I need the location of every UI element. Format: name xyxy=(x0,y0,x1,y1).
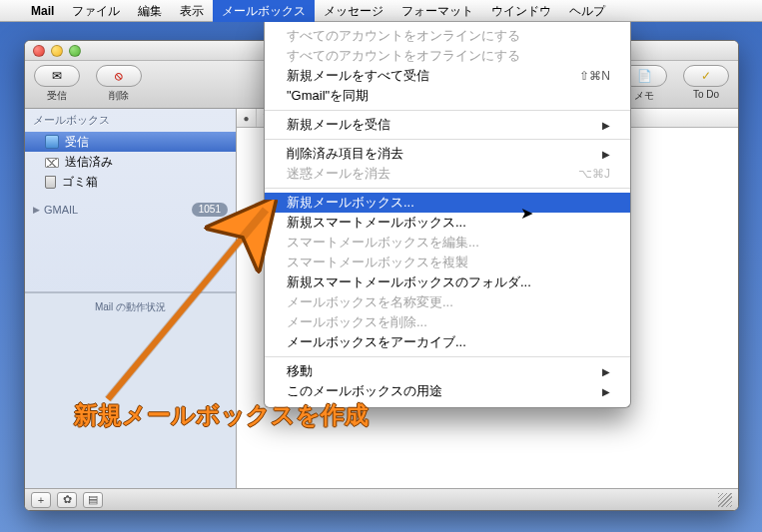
menu-item-label: スマートメールボックスを複製 xyxy=(287,254,468,271)
mailbox-menu: すべてのアカウントをオンラインにするすべてのアカウントをオフラインにする新規メー… xyxy=(264,22,631,408)
menu-mailbox[interactable]: メールボックス xyxy=(213,0,315,22)
menu-item: すべてのアカウントをオンラインにする xyxy=(265,26,630,46)
inbox-icon xyxy=(45,135,59,149)
menu-edit[interactable]: 編集 xyxy=(129,0,171,22)
menu-item: メールボックスを削除... xyxy=(265,312,630,332)
col-status[interactable]: ● xyxy=(237,109,257,127)
menubar: Mail ファイル 編集 表示 メールボックス メッセージ フォーマット ウイン… xyxy=(0,0,762,22)
menu-item: スマートメールボックスを編集... xyxy=(265,233,630,253)
toolbar-inbox[interactable]: ✉︎ 受信 xyxy=(33,65,81,103)
sidebar-sent-label: 送信済み xyxy=(65,154,113,171)
delete-icon: ⦸ xyxy=(115,69,123,83)
menu-item: すべてのアカウントをオフラインにする xyxy=(265,46,630,66)
submenu-arrow-icon: ▶ xyxy=(602,149,610,160)
menu-help[interactable]: ヘルプ xyxy=(560,0,614,22)
submenu-arrow-icon: ▶ xyxy=(602,366,610,377)
menu-item[interactable]: 新規メールをすべて受信⇧⌘N xyxy=(265,66,630,86)
menu-item-label: 新規メールをすべて受信 xyxy=(287,67,429,85)
menu-item[interactable]: このメールボックスの用途▶ xyxy=(265,381,630,401)
disclosure-triangle-icon: ▶ xyxy=(33,205,40,215)
submenu-arrow-icon: ▶ xyxy=(602,120,610,131)
menu-item-label: 削除済み項目を消去 xyxy=(287,145,403,163)
sidebar-account-gmail[interactable]: ▶ GMAIL 1051 xyxy=(25,200,236,220)
menu-item-label: メールボックスを名称変更... xyxy=(287,293,453,311)
menu-item-label: すべてのアカウントをオンラインにする xyxy=(287,27,520,45)
menu-item-label: メールボックスを削除... xyxy=(287,313,427,331)
menu-item-label: 新規スマートメールボックス... xyxy=(287,214,466,232)
sidebar-item-trash[interactable]: ゴミ箱 xyxy=(25,172,236,192)
menu-item: メールボックスを名称変更... xyxy=(265,292,630,312)
minimize-button[interactable] xyxy=(51,45,63,57)
menu-item[interactable]: 新規スマートメールボックス... xyxy=(265,213,630,233)
menu-item-label: スマートメールボックスを編集... xyxy=(287,234,479,252)
menu-file[interactable]: ファイル xyxy=(63,0,129,22)
menu-item-label: 迷惑メールを消去 xyxy=(287,165,390,183)
menu-item[interactable]: メールボックスをアーカイブ... xyxy=(265,332,630,352)
trash-icon xyxy=(45,176,56,189)
todo-icon: ✓ xyxy=(701,69,711,83)
menu-item-shortcut: ⌥⌘J xyxy=(578,167,610,181)
sidebar-item-sent[interactable]: 送信済み xyxy=(25,152,236,172)
sidebar: メールボックス 受信 送信済み ゴミ箱 ▶ GMAIL 1051 Mail の動… xyxy=(25,109,237,488)
menu-item[interactable]: 新規メールボックス... xyxy=(265,193,630,213)
toolbar-delete[interactable]: ⦸ 削除 xyxy=(95,65,143,103)
menu-item-label: すべてのアカウントをオフラインにする xyxy=(287,47,520,65)
action-button[interactable]: ✿ xyxy=(57,492,77,508)
submenu-arrow-icon: ▶ xyxy=(602,386,610,397)
sidebar-inbox-label: 受信 xyxy=(65,134,89,151)
menu-item-label: 移動 xyxy=(287,362,313,380)
menu-item[interactable]: "Gmail"を同期 xyxy=(265,86,630,106)
menu-item-label: 新規スマートメールボックスのフォルダ... xyxy=(287,273,531,291)
inbox-icon: ✉︎ xyxy=(52,69,62,83)
sidebar-account-label: GMAIL xyxy=(44,204,78,216)
menu-format[interactable]: フォーマット xyxy=(392,0,482,22)
memo-icon: 📄 xyxy=(637,69,652,83)
toolbar-todo[interactable]: ✓ To Do xyxy=(682,65,730,100)
sidebar-trash-label: ゴミ箱 xyxy=(62,174,98,191)
menu-item-label: "Gmail"を同期 xyxy=(287,87,369,105)
statusbar: + ✿ ▤ xyxy=(25,488,738,510)
action-button-2[interactable]: ▤ xyxy=(83,492,103,508)
menu-item: 迷惑メールを消去⌥⌘J xyxy=(265,164,630,184)
menu-item-label: 新規メールを受信 xyxy=(287,116,390,134)
menu-window[interactable]: ウインドウ xyxy=(482,0,560,22)
resize-grip[interactable] xyxy=(718,493,732,507)
menu-item[interactable]: 新規スマートメールボックスのフォルダ... xyxy=(265,272,630,292)
sidebar-account-count: 1051 xyxy=(192,203,228,217)
sent-icon xyxy=(45,158,59,168)
menu-item-shortcut: ⇧⌘N xyxy=(579,69,610,83)
menu-item: スマートメールボックスを複製 xyxy=(265,253,630,272)
menu-item-label: 新規メールボックス... xyxy=(287,194,414,212)
menu-item[interactable]: 新規メールを受信▶ xyxy=(265,115,630,135)
sidebar-item-inbox[interactable]: 受信 xyxy=(25,132,236,152)
menu-item[interactable]: 移動▶ xyxy=(265,361,630,381)
sidebar-header: メールボックス xyxy=(25,109,236,132)
add-button[interactable]: + xyxy=(31,492,51,508)
close-button[interactable] xyxy=(33,45,45,57)
menu-view[interactable]: 表示 xyxy=(171,0,213,22)
menu-message[interactable]: メッセージ xyxy=(315,0,392,22)
menu-app[interactable]: Mail xyxy=(22,0,63,22)
menu-item[interactable]: 削除済み項目を消去▶ xyxy=(265,144,630,164)
menu-item-label: メールボックスをアーカイブ... xyxy=(287,333,466,351)
zoom-button[interactable] xyxy=(69,45,81,57)
menu-item-label: このメールボックスの用途 xyxy=(287,382,442,400)
sidebar-activity[interactable]: Mail の動作状況 xyxy=(25,292,236,320)
